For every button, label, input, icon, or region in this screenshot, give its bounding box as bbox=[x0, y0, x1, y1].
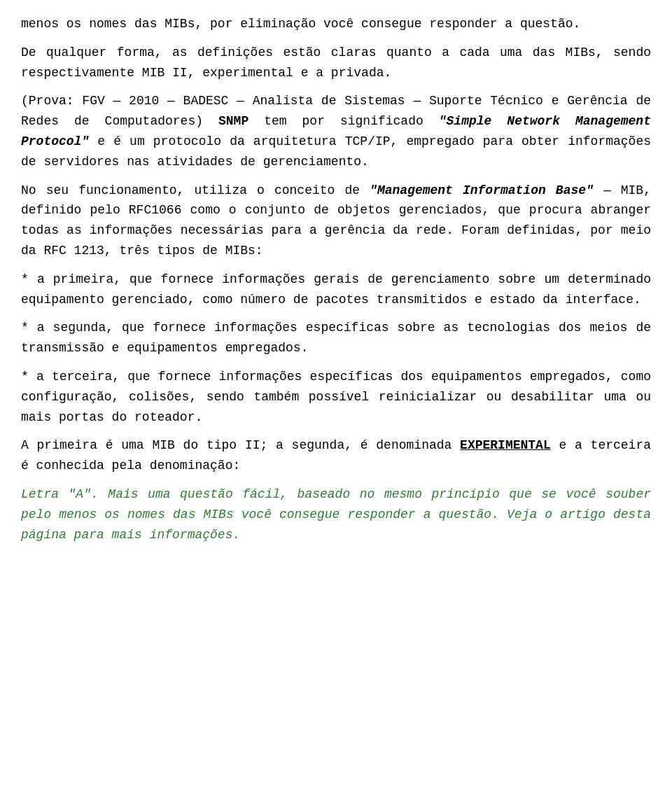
main-content: menos os nomes das MIBs, por eliminação … bbox=[21, 14, 651, 545]
paragraph-2: De qualquer forma, as definições estão c… bbox=[21, 43, 651, 83]
text-p1: menos os nomes das MIBs, por eliminação … bbox=[21, 17, 580, 31]
text-p2: De qualquer forma, as definições estão c… bbox=[21, 46, 651, 80]
paragraph-a-primeira: A primeira é uma MIB do tipo II; a segun… bbox=[21, 435, 651, 476]
text-p4-intro: No seu funcionamento, utiliza o conceito… bbox=[21, 183, 370, 197]
paragraph-4: No seu funcionamento, utiliza o conceito… bbox=[21, 181, 651, 261]
paragraph-italic: Letra "A". Mais uma questão fácil, basea… bbox=[21, 484, 651, 545]
text-experimental: EXPERIMENTAL bbox=[460, 438, 551, 452]
bullet-3: * a terceira, que fornece informações es… bbox=[21, 367, 651, 427]
bullet-2: * a segunda, que fornece informações esp… bbox=[21, 318, 651, 358]
text-bullet1: * a primeira, que fornece informações ge… bbox=[21, 272, 651, 307]
text-bullet3: * a terceira, que fornece informações es… bbox=[21, 370, 651, 424]
text-snmp: SNMP bbox=[218, 114, 248, 128]
text-mib-full: "Management Information Base" bbox=[370, 183, 594, 197]
text-p3-rest1: tem por significado bbox=[248, 114, 439, 128]
text-p3-rest2: e é um protocolo da arquitetura TCP/IP, … bbox=[21, 134, 651, 169]
paragraph-3: (Prova: FGV — 2010 — BADESC — Analista d… bbox=[21, 91, 651, 172]
text-a-primeira: A primeira é uma MIB do tipo II; a segun… bbox=[21, 438, 460, 452]
text-italic-final: Letra "A". Mais uma questão fácil, basea… bbox=[21, 487, 651, 542]
bullet-1: * a primeira, que fornece informações ge… bbox=[21, 270, 651, 310]
paragraph-1: menos os nomes das MIBs, por eliminação … bbox=[21, 14, 651, 34]
text-bullet2: * a segunda, que fornece informações esp… bbox=[21, 321, 651, 355]
